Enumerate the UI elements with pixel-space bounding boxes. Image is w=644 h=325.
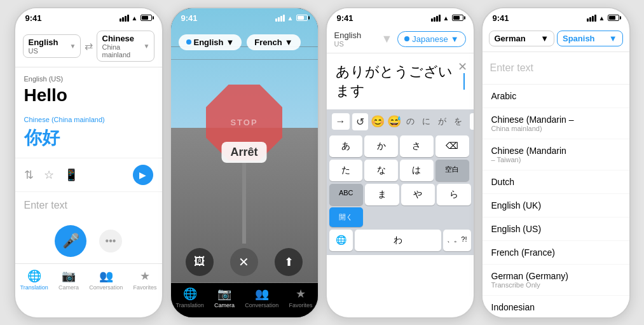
- camera-share-button[interactable]: ⬆: [275, 248, 303, 276]
- bar4-2: [283, 15, 285, 22]
- jp-swap-icon: ▼: [381, 32, 392, 46]
- nav-translation-1[interactable]: 🌐 Translation: [20, 269, 48, 291]
- phone-2-camera: 9:41 ▲ S: [170, 7, 319, 319]
- source-lang-dropdown-1[interactable]: English US ▼: [23, 34, 81, 58]
- dropdown-indonesian[interactable]: Indonesian: [483, 296, 629, 319]
- enter-text-area-1[interactable]: Enter text: [15, 191, 162, 219]
- jp-key-ka[interactable]: か: [364, 135, 398, 157]
- jp-ga-key[interactable]: が: [435, 113, 449, 130]
- jp-wa-key[interactable]: わ: [355, 230, 442, 251]
- cam-nav-favorites[interactable]: ★ Favorites: [289, 287, 312, 308]
- target-lang-dropdown-1[interactable]: Chinese China mainland ▼: [97, 31, 154, 62]
- jp-key-ma[interactable]: ま: [365, 184, 399, 205]
- p4-enter-text[interactable]: Enter text: [483, 52, 629, 85]
- bar1-3: [431, 18, 433, 22]
- p4-source-lang[interactable]: German ▼: [489, 31, 555, 46]
- stop-text: STOP: [230, 118, 257, 127]
- cam-camera-label: Camera: [214, 302, 235, 308]
- mic-button-1[interactable]: 🎤: [55, 225, 86, 257]
- camera-close-button[interactable]: ✕: [230, 248, 258, 276]
- target-text-1: 你好: [24, 126, 153, 150]
- dropdown-english-uk[interactable]: English (UK): [483, 194, 629, 218]
- jp-key-ra[interactable]: ら: [437, 184, 471, 205]
- cam-nav-translation[interactable]: 🌐 Translation: [176, 287, 204, 308]
- signal-bars-1: [120, 15, 129, 22]
- swap-icon-1[interactable]: ⇄: [85, 40, 93, 52]
- jp-bottom-row: 🌐 わ 、。?!: [327, 228, 474, 255]
- translation-area-1: English (US) Hello Chinese (China mainla…: [15, 67, 162, 158]
- target-arrow-1: ▼: [144, 43, 150, 50]
- time-1: 9:41: [25, 13, 42, 23]
- jp-key-open[interactable]: 開く: [329, 207, 364, 227]
- jp-wo-key[interactable]: を: [451, 113, 465, 130]
- phone-3-japanese: 9:41 ▲ English US ▼: [325, 7, 475, 319]
- status-bar-1: 9:41 ▲: [15, 8, 162, 25]
- jp-key-space[interactable]: 空白: [435, 160, 469, 181]
- jp-lang-row: English US ▼ Japanese ▼: [327, 25, 474, 53]
- jp-key-ya[interactable]: や: [401, 184, 435, 205]
- dropdown-arabic[interactable]: Arabic: [483, 85, 629, 108]
- signal-bars-3: [431, 15, 441, 22]
- jp-key-a[interactable]: あ: [329, 135, 363, 157]
- jp-undo-key[interactable]: ↺: [352, 113, 368, 130]
- jp-key-sa[interactable]: さ: [400, 135, 434, 157]
- jp-globe-key[interactable]: 🌐: [329, 230, 353, 251]
- status-bar-4: 9:41 ▲: [483, 8, 629, 25]
- wifi-icon-4: ▲: [599, 15, 605, 22]
- dropdown-french[interactable]: French (France): [483, 241, 629, 265]
- jp-punct-key[interactable]: 、。?!: [443, 230, 470, 251]
- arrows-icon-1[interactable]: ⇅: [24, 168, 34, 182]
- jp-emoji-key[interactable]: 😊: [371, 114, 385, 128]
- play-button-1[interactable]: ▶: [133, 165, 153, 185]
- target-label-1: Chinese (China mainland): [24, 116, 153, 123]
- time-2: 9:41: [181, 13, 198, 23]
- nav-conversation-label-1: Conversation: [89, 284, 123, 291]
- dropdown-chinese-taiwan[interactable]: Chinese (Mandarin – Taiwan): [483, 139, 629, 170]
- phone-icon-1[interactable]: 📱: [64, 168, 78, 182]
- dropdown-dutch[interactable]: Dutch: [483, 170, 629, 194]
- conversation-nav-icon-1: 👥: [99, 269, 113, 283]
- jp-arrow-key[interactable]: →: [332, 113, 350, 130]
- jp-no-key[interactable]: の: [404, 113, 417, 130]
- nav-camera-1[interactable]: 📷 Camera: [58, 269, 79, 291]
- more-button-1[interactable]: •••: [99, 230, 122, 252]
- camera-source-lang-label: English: [194, 38, 224, 47]
- jp-key-na[interactable]: な: [364, 160, 398, 181]
- cam-nav-conversation[interactable]: 👥 Conversation: [245, 287, 278, 308]
- jp-target-lang[interactable]: Japanese ▼: [397, 31, 465, 47]
- jp-key-ha[interactable]: は: [400, 160, 434, 181]
- bar3-3: [436, 16, 438, 22]
- jp-ni-key[interactable]: に: [420, 113, 433, 130]
- star-icon-1[interactable]: ☆: [44, 168, 54, 182]
- jp-kana-grid-3: ABC ま や ら 開く: [327, 183, 474, 228]
- jp-source-lang[interactable]: English US: [334, 31, 376, 48]
- jp-close-button[interactable]: ✕: [458, 60, 467, 74]
- jp-input-text: ありがとうございます: [336, 62, 465, 100]
- camera-nav-icon-1: 📷: [62, 269, 76, 283]
- camera-source-lang[interactable]: English ▼: [179, 34, 242, 50]
- dropdown-chinese-mainland[interactable]: Chinese (Mandarin – China mainland): [483, 108, 629, 139]
- jp-expand-key[interactable]: ▼: [470, 113, 475, 130]
- nav-conversation-1[interactable]: 👥 Conversation: [89, 269, 123, 291]
- jp-key-abc[interactable]: ABC: [329, 184, 364, 205]
- signal-bars-4: [587, 15, 596, 22]
- jp-text-area[interactable]: ✕ ありがとうございます: [327, 53, 474, 109]
- dropdown-english-us[interactable]: English (US): [483, 218, 629, 241]
- jp-key-ta[interactable]: た: [329, 160, 363, 181]
- translation-nav-icon-1: 🌐: [27, 269, 41, 283]
- nav-favorites-1[interactable]: ★ Favorites: [133, 269, 156, 291]
- camera-target-lang[interactable]: French ▼: [247, 34, 300, 50]
- source-text-1: Hello: [24, 85, 153, 106]
- jp-key-del[interactable]: ⌫: [435, 135, 469, 157]
- nav-camera-label-1: Camera: [58, 284, 79, 291]
- cam-nav-camera[interactable]: 📷 Camera: [214, 287, 235, 308]
- camera-lang-row: English ▼ French ▼: [171, 31, 318, 54]
- p4-target-lang[interactable]: Spanish ▼: [557, 31, 623, 46]
- bottom-nav-1: 🌐 Translation 📷 Camera 👥 Conversation ★ …: [15, 263, 162, 298]
- lang-dot: [186, 39, 191, 45]
- lang-selector-row-1: English US ▼ ⇄ Chinese China mainland ▼: [15, 25, 162, 67]
- favorites-nav-icon-1: ★: [140, 269, 150, 283]
- dropdown-german[interactable]: German (Germany) Transcribe Only: [483, 265, 629, 296]
- camera-gallery-button[interactable]: 🖼: [186, 248, 214, 276]
- jp-emoji2-key[interactable]: 😅: [387, 114, 401, 128]
